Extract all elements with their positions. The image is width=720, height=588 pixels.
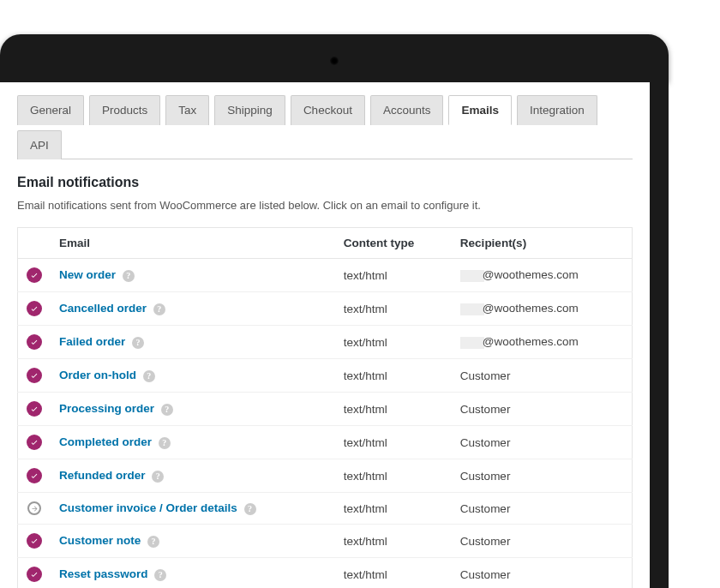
- email-link[interactable]: Failed order: [59, 335, 125, 348]
- recipient-cell: Customer: [452, 493, 633, 525]
- help-icon[interactable]: ?: [159, 437, 171, 449]
- camera-icon: [330, 57, 339, 65]
- email-link[interactable]: Completed order: [59, 435, 152, 448]
- email-notifications-table: Email Content type Recipient(s) New orde…: [17, 227, 633, 588]
- email-link[interactable]: New order: [59, 268, 116, 281]
- status-enabled-icon: [27, 401, 42, 417]
- content-type-cell: text/html: [335, 393, 452, 426]
- recipient-cell: @woothemes.com: [452, 326, 633, 359]
- help-icon[interactable]: ?: [153, 303, 165, 315]
- table-row: Customer note ?text/htmlCustomer: [18, 525, 633, 558]
- monitor-frame: GeneralProductsTaxShippingCheckoutAccoun…: [0, 0, 720, 588]
- monitor-bezel-top: [0, 34, 669, 82]
- status-enabled-icon: [27, 301, 42, 316]
- email-link[interactable]: Refunded order: [59, 469, 146, 482]
- table-row: Failed order ?text/html@woothemes.com: [18, 326, 633, 359]
- recipient-cell: Customer: [452, 558, 633, 589]
- content-type-cell: text/html: [335, 359, 452, 393]
- recipient-cell: Customer: [452, 426, 633, 459]
- help-icon[interactable]: ?: [123, 270, 135, 282]
- settings-tabs: GeneralProductsTaxShippingCheckoutAccoun…: [17, 94, 633, 159]
- recipient-cell: Customer: [452, 359, 633, 393]
- redacted-text: [460, 337, 484, 349]
- recipient-cell: Customer: [452, 525, 633, 558]
- header-content-type: Content type: [335, 228, 452, 259]
- email-link[interactable]: Processing order: [59, 402, 154, 415]
- status-enabled-icon: [27, 468, 42, 483]
- email-link[interactable]: Order on-hold: [59, 369, 136, 381]
- tab-tax[interactable]: Tax: [165, 95, 209, 125]
- table-row: Completed order ?text/htmlCustomer: [18, 426, 633, 459]
- email-link[interactable]: Reset password: [59, 567, 148, 580]
- redacted-text: [460, 270, 484, 282]
- table-row: New order ?text/html@woothemes.com: [18, 259, 633, 292]
- tab-accounts[interactable]: Accounts: [370, 95, 444, 125]
- tab-api[interactable]: API: [17, 130, 62, 159]
- table-row: Reset password ?text/htmlCustomer: [18, 558, 633, 589]
- content-type-cell: text/html: [335, 558, 452, 589]
- header-status: [18, 228, 51, 259]
- tab-integration[interactable]: Integration: [517, 95, 597, 125]
- content-type-cell: text/html: [335, 259, 452, 292]
- table-row: Cancelled order ?text/html@woothemes.com: [18, 292, 633, 326]
- status-enabled-icon: [27, 533, 42, 549]
- recipient-cell: @woothemes.com: [452, 259, 633, 292]
- tab-checkout[interactable]: Checkout: [291, 95, 365, 125]
- help-icon[interactable]: ?: [152, 471, 164, 483]
- email-link[interactable]: Customer note: [59, 534, 141, 547]
- table-row: Refunded order ?text/htmlCustomer: [18, 459, 633, 493]
- table-row: Order on-hold ?text/htmlCustomer: [18, 359, 633, 393]
- screen-area: GeneralProductsTaxShippingCheckoutAccoun…: [0, 82, 650, 588]
- status-enabled-icon: [27, 368, 42, 383]
- recipient-cell: Customer: [452, 459, 633, 493]
- help-icon[interactable]: ?: [154, 569, 166, 581]
- tab-products[interactable]: Products: [89, 95, 160, 125]
- table-row: Processing order ?text/htmlCustomer: [18, 393, 633, 426]
- status-manual-icon: [27, 501, 41, 515]
- recipient-cell: Customer: [452, 393, 633, 426]
- email-link[interactable]: Customer invoice / Order details: [59, 501, 237, 514]
- table-row: Customer invoice / Order details ?text/h…: [18, 493, 633, 525]
- section-title: Email notifications: [17, 175, 633, 190]
- content-type-cell: text/html: [335, 525, 452, 558]
- recipient-cell: @woothemes.com: [452, 292, 633, 326]
- tab-emails[interactable]: Emails: [448, 95, 512, 125]
- help-icon[interactable]: ?: [147, 536, 159, 548]
- tab-general[interactable]: General: [17, 95, 84, 125]
- content-type-cell: text/html: [335, 426, 452, 459]
- section-description: Email notifications sent from WooCommerc…: [17, 199, 633, 212]
- status-enabled-icon: [27, 435, 42, 450]
- help-icon[interactable]: ?: [143, 370, 155, 382]
- content-type-cell: text/html: [335, 292, 452, 326]
- monitor-bezel-right: [650, 82, 669, 588]
- status-enabled-icon: [27, 267, 42, 283]
- status-enabled-icon: [27, 567, 42, 582]
- content-type-cell: text/html: [335, 493, 452, 525]
- status-enabled-icon: [27, 334, 42, 350]
- header-recipients: Recipient(s): [452, 228, 633, 259]
- header-email: Email: [51, 228, 335, 259]
- help-icon[interactable]: ?: [132, 337, 144, 349]
- redacted-text: [460, 303, 484, 315]
- content-type-cell: text/html: [335, 459, 452, 493]
- tab-shipping[interactable]: Shipping: [214, 95, 285, 125]
- email-link[interactable]: Cancelled order: [59, 302, 147, 315]
- content-type-cell: text/html: [335, 326, 452, 359]
- settings-content: GeneralProductsTaxShippingCheckoutAccoun…: [0, 82, 650, 588]
- help-icon[interactable]: ?: [161, 404, 173, 416]
- help-icon[interactable]: ?: [244, 503, 256, 515]
